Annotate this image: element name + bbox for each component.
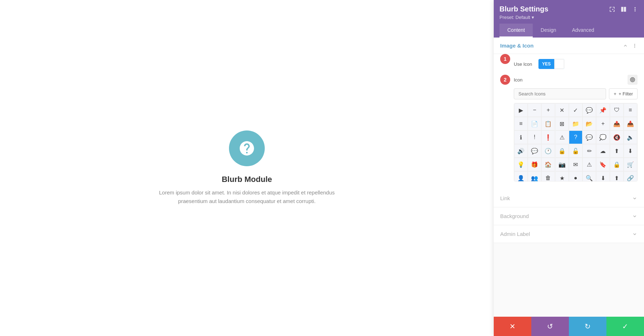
panel-body: Image & Icon 1 Use Icon YES xyxy=(494,38,644,317)
use-icon-controls: Use Icon YES xyxy=(514,54,638,73)
icon-cell[interactable]: 🔓 xyxy=(569,144,582,158)
icon-cell[interactable]: 🛒 xyxy=(624,158,637,171)
settings-panel: Blurb Settings Preset: Default ▾ Content… xyxy=(494,0,644,336)
admin-label-section-title: Admin Label xyxy=(500,231,530,237)
icon-cell[interactable]: ☁ xyxy=(596,144,610,158)
toggle-box xyxy=(554,59,564,69)
icon-picker-label: Icon xyxy=(514,77,523,83)
save-icon: ✓ xyxy=(622,322,628,331)
icon-cell[interactable]: 📷 xyxy=(555,158,569,171)
filter-button[interactable]: + + Filter xyxy=(609,88,638,99)
icon-cell[interactable]: ≡ xyxy=(624,103,637,117)
icon-cell[interactable]: 📥 xyxy=(624,117,637,130)
use-icon-toggle[interactable]: YES xyxy=(538,59,564,69)
icon-cell[interactable]: 💭 xyxy=(596,130,610,144)
icon-cell[interactable]: ⚠ xyxy=(555,130,569,144)
admin-label-section[interactable]: Admin Label xyxy=(494,225,644,243)
canvas-area: Blurb Module Lorem ipsum dolor sit amet.… xyxy=(0,0,494,336)
undo-button[interactable]: ↺ xyxy=(531,317,569,336)
icon-cell[interactable]: ⬆ xyxy=(610,144,624,158)
link-section[interactable]: Link xyxy=(494,189,644,207)
search-icons-input[interactable] xyxy=(514,88,606,99)
icon-cell[interactable]: + xyxy=(541,103,555,117)
redo-icon: ↻ xyxy=(585,322,591,331)
panel-preset[interactable]: Preset: Default ▾ xyxy=(499,15,638,20)
icon-cell[interactable]: 🕐 xyxy=(541,144,555,158)
tab-design[interactable]: Design xyxy=(533,24,564,38)
icon-cell[interactable]: ⊠ xyxy=(555,117,569,130)
icon-cell[interactable]: 💬 xyxy=(582,130,596,144)
icon-cell[interactable]: 🔇 xyxy=(610,130,624,144)
background-section[interactable]: Background xyxy=(494,207,644,225)
target-icon xyxy=(630,77,635,83)
icon-cell[interactable]: + xyxy=(596,117,610,130)
icon-cell[interactable]: 🔈 xyxy=(624,130,637,144)
more-icon[interactable] xyxy=(632,6,638,13)
icon-grid-container[interactable]: ▶ − + ✕ ✓ 💬 📌 🛡 ≡ ≡ 📄 📋 xyxy=(514,103,638,182)
icon-cell[interactable]: ! xyxy=(528,130,541,144)
icon-cell[interactable]: ⬇ xyxy=(596,171,610,182)
undo-icon: ↺ xyxy=(547,322,553,331)
icon-cell-selected[interactable]: ? xyxy=(569,130,582,144)
icon-cell[interactable]: 📂 xyxy=(582,117,596,130)
icon-cell[interactable]: 📋 xyxy=(541,117,555,130)
chevron-up-icon[interactable] xyxy=(623,43,628,49)
icon-picker-content: Icon + + Filter xyxy=(514,75,638,182)
save-button[interactable]: ✓ xyxy=(606,317,644,336)
icon-cell[interactable]: 🔒 xyxy=(555,144,569,158)
section-header-icons xyxy=(623,43,638,49)
icon-cell[interactable]: ✓ xyxy=(569,103,582,117)
icon-cell[interactable]: ❗ xyxy=(541,130,555,144)
icon-cell[interactable]: 🔖 xyxy=(596,158,610,171)
icon-cell[interactable]: ✏ xyxy=(582,144,596,158)
panel-header-icons xyxy=(609,6,638,13)
icon-cell[interactable]: 👥 xyxy=(528,171,541,182)
icon-cell[interactable]: − xyxy=(528,103,541,117)
tab-advanced[interactable]: Advanced xyxy=(564,24,602,38)
focus-icon[interactable] xyxy=(609,6,615,13)
image-icon-title: Image & Icon xyxy=(500,43,533,49)
icon-cell[interactable]: 👤 xyxy=(514,171,528,182)
filter-plus-icon: + xyxy=(614,91,616,97)
icon-cell[interactable]: 🛡 xyxy=(610,103,624,117)
blurb-module-text: Lorem ipsum dolor sit amet. In nisi dolo… xyxy=(154,188,340,206)
blurb-icon-circle xyxy=(229,130,265,166)
icon-cell[interactable]: ⬆ xyxy=(610,171,624,182)
icon-cell[interactable]: 🔊 xyxy=(514,144,528,158)
redo-button[interactable]: ↻ xyxy=(569,317,606,336)
background-chevron-down xyxy=(632,213,638,219)
icon-cell[interactable]: ▶ xyxy=(514,103,528,117)
icon-cell[interactable]: 📄 xyxy=(528,117,541,130)
tab-content[interactable]: Content xyxy=(499,24,533,38)
background-section-title: Background xyxy=(500,213,529,219)
question-mark-icon xyxy=(238,140,255,157)
icon-cell[interactable]: 📁 xyxy=(569,117,582,130)
icon-cell[interactable]: 🔍 xyxy=(582,171,596,182)
icon-cell[interactable]: 🔗 xyxy=(624,171,637,182)
icon-cell[interactable]: ✕ xyxy=(555,103,569,117)
icon-cell[interactable]: 🗑 xyxy=(541,171,555,182)
cancel-button[interactable]: ✕ xyxy=(494,317,531,336)
more-dots-icon[interactable] xyxy=(632,43,638,49)
icon-cell[interactable]: 💬 xyxy=(582,103,596,117)
icon-cell[interactable]: ● xyxy=(569,171,582,182)
icon-cell[interactable]: 🔒 xyxy=(610,158,624,171)
icon-picker-target-btn[interactable] xyxy=(628,75,638,85)
toggle-yes-label: YES xyxy=(538,60,554,68)
icon-cell[interactable]: 💬 xyxy=(528,144,541,158)
icon-cell[interactable]: 🎁 xyxy=(528,158,541,171)
split-icon[interactable] xyxy=(620,6,627,13)
blurb-module-title: Blurb Module xyxy=(222,175,272,184)
icon-cell[interactable]: 🏠 xyxy=(541,158,555,171)
step-1-badge: 1 xyxy=(500,54,510,64)
icon-cell[interactable]: 📤 xyxy=(610,117,624,130)
icon-cell[interactable]: ★ xyxy=(555,171,569,182)
icon-cell[interactable]: ✉ xyxy=(569,158,582,171)
image-icon-section-header[interactable]: Image & Icon xyxy=(494,38,644,54)
icon-cell[interactable]: ℹ xyxy=(514,130,528,144)
icon-cell[interactable]: 💡 xyxy=(514,158,528,171)
icon-cell[interactable]: 📌 xyxy=(596,103,610,117)
icon-cell[interactable]: ⚠ xyxy=(582,158,596,171)
icon-cell[interactable]: ≡ xyxy=(514,117,528,130)
icon-cell[interactable]: ⬇ xyxy=(624,144,637,158)
